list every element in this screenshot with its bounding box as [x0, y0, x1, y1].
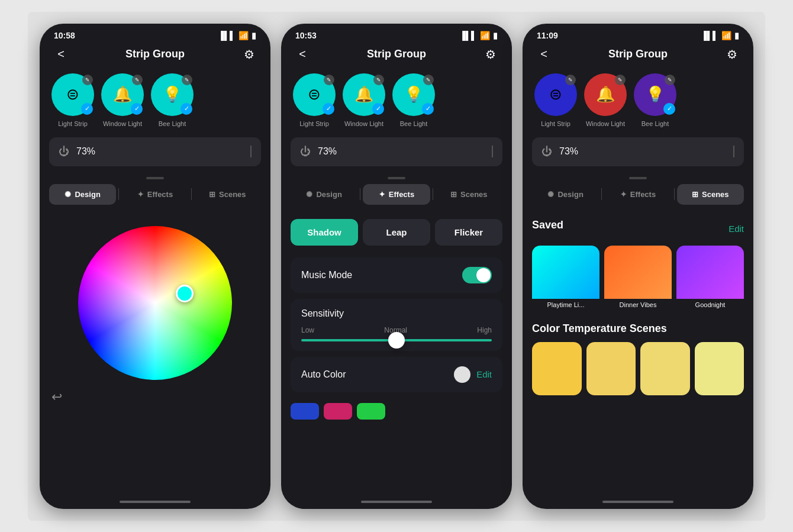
status-bar-2: 10:53 ▐▌▌ 📶 ▮: [281, 24, 512, 43]
settings-button-2[interactable]: ⚙: [481, 47, 500, 62]
device-list-3: ⊜ ✎ Light Strip 🔔 ✎ Window Light 💡 ✓ ✎ B…: [523, 69, 753, 137]
device-item-beelight-1[interactable]: 💡 ✓ ✎ Bee Light: [151, 73, 194, 128]
device-label-2: Window Light: [103, 120, 142, 128]
device-item-windowlight-1[interactable]: 🔔 ✓ ✎ Window Light: [101, 73, 144, 128]
device-list-2: ⊜ ✓ ✎ Light Strip 🔔 ✓ ✎ Window Light 💡 ✓: [281, 69, 512, 137]
music-mode-row: Music Mode: [291, 257, 502, 293]
scenes-edit-btn[interactable]: Edit: [728, 224, 744, 234]
temp-card-1[interactable]: [532, 342, 582, 395]
device-circle-5: 🔔 ✓ ✎: [343, 73, 385, 116]
effect-flicker-btn[interactable]: Flicker: [435, 219, 502, 246]
sensitivity-slider[interactable]: [301, 339, 492, 341]
brightness-divider-1: [250, 146, 252, 157]
tab-effects-3[interactable]: ✦ Effects: [604, 184, 671, 205]
scene-gradient-dinner: [604, 246, 672, 299]
scene-card-goodnight[interactable]: Goodnight: [676, 246, 744, 311]
battery-icon-3: ▮: [734, 31, 739, 40]
tab-scenes-3[interactable]: ⊞ Scenes: [677, 184, 744, 205]
device-item-beelight-3[interactable]: 💡 ✓ ✎ Bee Light: [634, 73, 676, 128]
tab-scenes-2[interactable]: ⊞ Scenes: [436, 184, 502, 205]
settings-button-3[interactable]: ⚙: [723, 47, 742, 62]
device-circle-1: ⊜ ✓ ✎: [51, 73, 94, 116]
phone-effects: 10:53 ▐▌▌ 📶 ▮ < Strip Group ⚙ ⊜ ✓ ✎ Ligh…: [281, 24, 512, 509]
screenshot-container: 10:58 ▐▌▌ 📶 ▮ < Strip Group ⚙ ⊜ ✓ ✎ Ligh…: [28, 12, 765, 521]
tab-effects-label-3: Effects: [630, 190, 656, 199]
phone-design: 10:58 ▐▌▌ 📶 ▮ < Strip Group ⚙ ⊜ ✓ ✎ Ligh…: [40, 24, 270, 509]
device-item-windowlight-3[interactable]: 🔔 ✎ Window Light: [584, 73, 627, 128]
brightness-value-2: 73%: [318, 146, 485, 157]
device-edit-5: ✎: [373, 75, 384, 85]
tab-scenes-1[interactable]: ⊞ Scenes: [194, 184, 261, 205]
device-label-3: Bee Light: [159, 120, 186, 128]
tab-scenes-icon-1: ⊞: [209, 190, 215, 199]
home-indicator-1: [40, 497, 270, 509]
toggle-knob-music: [476, 268, 491, 282]
device-icon-8: 🔔: [596, 85, 615, 104]
settings-button-1[interactable]: ⚙: [240, 47, 259, 62]
temp-card-3[interactable]: [640, 342, 690, 395]
color-temp-label: Color Temperature Scenes: [532, 323, 744, 335]
tab-effects-1[interactable]: ✦ Effects: [121, 184, 188, 205]
sensitivity-high: High: [477, 326, 492, 334]
status-bar-3: 11:09 ▐▌▌ 📶 ▮: [523, 24, 753, 43]
brightness-bar-3[interactable]: ⏻ 73%: [532, 137, 744, 166]
color-wheel-cursor[interactable]: [176, 285, 194, 302]
auto-color-toggle[interactable]: [454, 366, 470, 383]
device-check-3: ✓: [180, 103, 192, 115]
device-check-6: ✓: [422, 103, 434, 115]
device-item-lightstrip-1[interactable]: ⊜ ✓ ✎ Light Strip: [51, 73, 94, 128]
device-edit-4: ✎: [324, 75, 334, 85]
tab-design-2[interactable]: ✺ Design: [291, 184, 357, 205]
tab-divider-1b: [191, 188, 192, 200]
device-label-8: Window Light: [586, 120, 625, 128]
device-check-2: ✓: [131, 103, 143, 115]
tab-design-3[interactable]: ✺ Design: [532, 184, 599, 205]
temp-gradient-4: [695, 342, 744, 395]
temp-card-2[interactable]: [586, 342, 636, 395]
device-item-beelight-2[interactable]: 💡 ✓ ✎ Bee Light: [392, 73, 435, 128]
swatch-green[interactable]: [357, 403, 385, 420]
device-label-5: Window Light: [344, 120, 383, 128]
scenes-content: Saved Edit Playtime Li... Dinner Vibes G…: [523, 214, 753, 497]
scenes-saved-header: Saved Edit: [532, 219, 744, 238]
temp-card-4[interactable]: [695, 342, 744, 395]
scene-card-dinner[interactable]: Dinner Vibes: [604, 246, 672, 311]
auto-color-edit[interactable]: Edit: [476, 369, 492, 379]
device-item-windowlight-2[interactable]: 🔔 ✓ ✎ Window Light: [343, 73, 385, 128]
auto-color-right: Edit: [454, 366, 492, 383]
tab-scenes-label-2: Scenes: [460, 190, 488, 199]
temp-gradient-3: [640, 342, 690, 395]
back-button-1[interactable]: <: [51, 47, 70, 61]
sensitivity-thumb[interactable]: [388, 332, 405, 349]
wifi-icon-3: 📶: [721, 31, 731, 40]
status-icons-1: ▐▌▌ 📶 ▮: [218, 31, 256, 40]
device-icon-4: ⊜: [308, 85, 321, 104]
scene-gradient-goodnight: [676, 246, 744, 299]
tab-effects-2[interactable]: ✦ Effects: [363, 184, 430, 205]
effect-leap-btn[interactable]: Leap: [363, 219, 430, 246]
color-wheel[interactable]: [78, 226, 232, 380]
brightness-bar-1[interactable]: ⏻ 73%: [49, 137, 261, 166]
back-button-2[interactable]: <: [293, 47, 312, 61]
tab-design-icon-2: ✺: [306, 190, 312, 199]
sensitivity-section: Sensitivity Low Normal High: [291, 299, 502, 351]
music-mode-toggle[interactable]: [462, 267, 492, 283]
device-check-4: ✓: [323, 103, 334, 115]
page-title-3: Strip Group: [553, 48, 723, 60]
effect-shadow-btn[interactable]: Shadow: [291, 219, 358, 246]
header-2: < Strip Group ⚙: [281, 43, 512, 69]
device-circle-4: ⊜ ✓ ✎: [293, 73, 336, 116]
tab-design-1[interactable]: ✺ Design: [49, 184, 116, 205]
undo-button[interactable]: ↩: [51, 389, 62, 405]
device-item-lightstrip-3[interactable]: ⊜ ✎ Light Strip: [534, 73, 577, 128]
brightness-bar-2[interactable]: ⏻ 73%: [291, 137, 502, 166]
swatch-pink[interactable]: [324, 403, 352, 420]
swatch-blue[interactable]: [291, 403, 319, 420]
home-indicator-3: [523, 497, 753, 509]
device-circle-3: 💡 ✓ ✎: [151, 73, 194, 116]
sensitivity-low: Low: [301, 326, 314, 334]
scene-card-playtime[interactable]: Playtime Li...: [532, 246, 599, 311]
effects-content: Shadow Leap Flicker Music Mode Sensitivi…: [281, 214, 512, 497]
back-button-3[interactable]: <: [534, 47, 553, 61]
device-item-lightstrip-2[interactable]: ⊜ ✓ ✎ Light Strip: [293, 73, 336, 128]
